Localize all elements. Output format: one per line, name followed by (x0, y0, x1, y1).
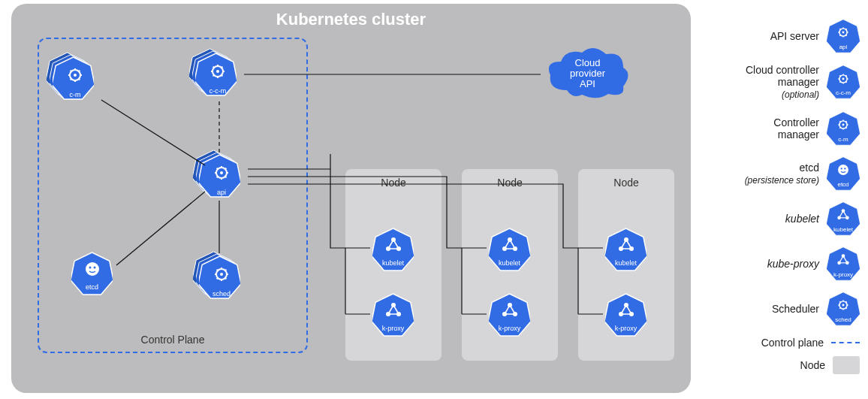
proxy-icon (616, 235, 636, 255)
legend-etcd: etcd (persistence store) etcd (721, 156, 860, 191)
worker-node-2: Node kubelet k-proxy (462, 169, 558, 361)
dashed-border-swatch (831, 342, 860, 343)
proxy-icon (384, 235, 403, 255)
node-swatch (833, 356, 860, 374)
control-plane-label: Control Plane (141, 334, 205, 346)
scheduler-component: sched (199, 255, 244, 302)
legend-cm: Controller manager c-m (721, 111, 860, 146)
etcd-icon: etcd (827, 156, 860, 191)
legend-node: Node (721, 356, 860, 374)
legend-control-plane: Control plane (721, 337, 860, 349)
kube-proxy-component: k-proxy (489, 293, 530, 337)
ccm-label: c-c-m (209, 87, 227, 95)
cloud-line2: provider (570, 68, 605, 79)
api-label: api (217, 189, 226, 196)
api-icon: api (827, 19, 860, 53)
gears-icon (210, 263, 233, 286)
cluster-title: Kubernetes cluster (276, 10, 426, 29)
legend-kproxy: kube-proxy k-proxy (721, 246, 860, 281)
node-label: Node (613, 177, 638, 189)
cloud-line1: Cloud (575, 57, 601, 68)
api-server-component: api (199, 154, 244, 201)
cloud-provider-api: Cloud provider API (544, 45, 631, 101)
cloud-controller-manager-component: c-c-m (195, 53, 240, 99)
etcd-component: etcd (71, 252, 113, 295)
kubelet-component: kubelet (489, 228, 530, 271)
kube-proxy-component: k-proxy (372, 293, 414, 337)
kproxy-icon: k-proxy (827, 246, 860, 281)
legend-api: API server api (721, 19, 860, 53)
sched-icon: sched (827, 292, 860, 326)
node-label: Node (381, 177, 405, 189)
proxy-icon (500, 235, 520, 255)
gears-icon (206, 60, 229, 83)
cluster-diagram: Kubernetes cluster Control Plane c-m c-c… (11, 4, 691, 393)
proxy-icon (500, 301, 520, 320)
controller-manager-component: c-m (53, 56, 98, 103)
cm-icon: c-m (827, 111, 860, 146)
legend: API server api Cloud controller manager … (721, 19, 860, 382)
kubelet-component: kubelet (605, 228, 646, 271)
gears-icon (64, 64, 86, 86)
ccm-icon: c-c-m (827, 65, 860, 99)
proxy-icon (384, 301, 403, 320)
legend-sched: Scheduler sched (721, 292, 860, 326)
cloud-line3: API (580, 79, 595, 90)
proxy-icon (616, 301, 636, 320)
etcd-label: etcd (86, 283, 98, 291)
kube-proxy-component: k-proxy (605, 293, 646, 337)
kubelet-component: kubelet (372, 228, 414, 271)
cm-label: c-m (70, 91, 81, 98)
kubelet-icon: kubelet (827, 201, 860, 236)
face-icon (83, 259, 102, 279)
worker-node-1: Node kubelet k-proxy (345, 169, 442, 361)
gears-icon (210, 162, 233, 184)
legend-kubelet: kubelet kubelet (721, 201, 860, 236)
node-label: Node (497, 177, 522, 189)
worker-node-3: Node kubelet k-proxy (578, 169, 674, 361)
sched-label: sched (212, 290, 231, 298)
legend-ccm: Cloud controller manager (optional) c-c-… (721, 64, 860, 101)
